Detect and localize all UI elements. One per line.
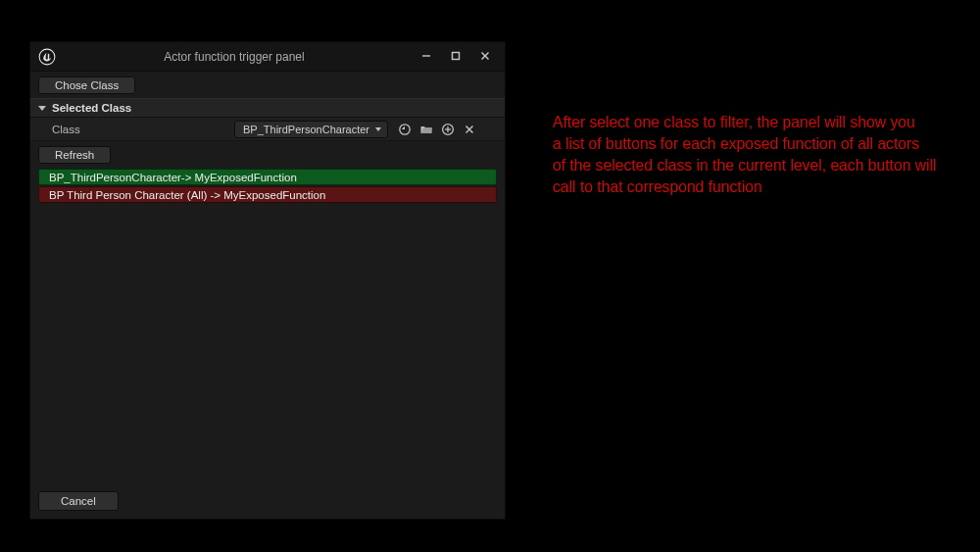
- toolbar: Chose Class: [30, 72, 505, 98]
- folder-icon: [419, 123, 433, 136]
- function-list: BP_ThirdPersonCharacter-> MyExposedFunct…: [30, 169, 505, 489]
- svg-point-0: [39, 49, 55, 65]
- window-title: Actor function trigger panel: [64, 50, 405, 64]
- chevron-down-icon: [375, 127, 381, 131]
- minimize-button[interactable]: [413, 46, 440, 68]
- cancel-button[interactable]: Cancel: [38, 491, 119, 511]
- function-button[interactable]: BP_ThirdPersonCharacter-> MyExposedFunct…: [38, 169, 497, 185]
- refresh-row: Refresh: [30, 141, 505, 169]
- x-icon: [463, 123, 476, 136]
- titlebar: Actor function trigger panel: [30, 42, 505, 72]
- actor-function-trigger-panel: Actor function trigger panel: [29, 41, 506, 520]
- close-icon: [480, 50, 490, 64]
- class-dropdown-value: BP_ThirdPersonCharacter: [243, 124, 369, 135]
- chose-class-button[interactable]: Chose Class: [38, 76, 135, 94]
- window-controls: [413, 46, 499, 68]
- selected-class-section-header[interactable]: Selected Class: [30, 98, 505, 118]
- unreal-logo-icon: [38, 48, 56, 66]
- clear-button[interactable]: [463, 123, 476, 136]
- minimize-icon: [421, 50, 431, 64]
- maximize-button[interactable]: [442, 46, 469, 68]
- section-title: Selected Class: [52, 102, 131, 114]
- class-dropdown[interactable]: BP_ThirdPersonCharacter: [234, 121, 388, 138]
- browse-icon: [398, 123, 412, 136]
- bottom-bar: Cancel: [30, 489, 505, 519]
- annotation-text: After select one class to filter, the pa…: [553, 112, 980, 198]
- class-property-row: Class BP_ThirdPersonCharacter: [30, 118, 505, 141]
- refresh-button[interactable]: Refresh: [38, 146, 111, 164]
- maximize-icon: [451, 50, 461, 64]
- function-button[interactable]: BP Third Person Character (All) -> MyExp…: [38, 186, 497, 203]
- plus-circle-icon: [441, 123, 455, 136]
- class-property-label: Class: [52, 124, 228, 135]
- create-new-button[interactable]: [441, 123, 455, 136]
- chevron-down-icon: [38, 106, 46, 111]
- svg-rect-2: [453, 52, 460, 59]
- class-row-actions: [398, 123, 476, 136]
- open-folder-button[interactable]: [419, 123, 433, 136]
- browse-to-asset-button[interactable]: [398, 123, 412, 136]
- close-button[interactable]: [471, 46, 499, 68]
